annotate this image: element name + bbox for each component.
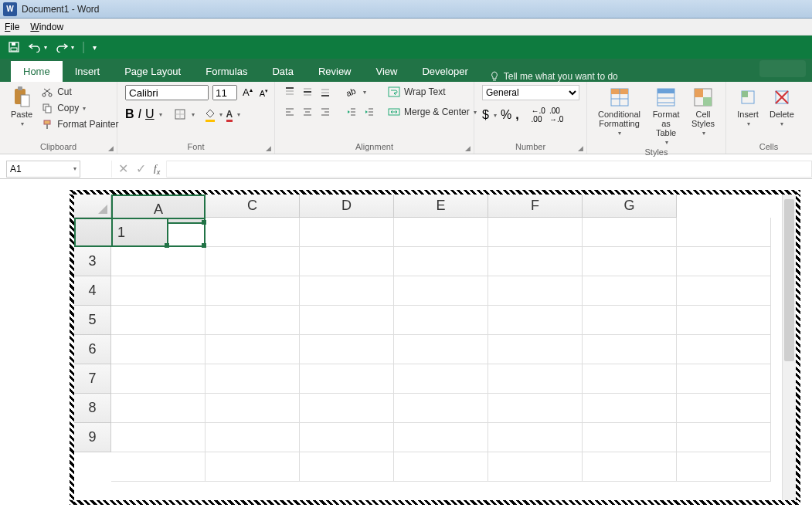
decrease-indent-button[interactable] [345, 105, 358, 119]
cell[interactable] [394, 394, 488, 423]
formula-input[interactable] [167, 161, 812, 178]
qat-undo-button[interactable]: ▾ [28, 42, 47, 52]
tab-insert[interactable]: Insert [63, 61, 113, 82]
format-as-table-button[interactable]: Format as Table▾ [648, 85, 684, 147]
cell[interactable] [206, 306, 300, 335]
align-center-button[interactable] [301, 105, 314, 119]
col-header-f[interactable]: F [488, 195, 583, 218]
format-painter-button[interactable]: Format Painter [40, 117, 118, 131]
cell[interactable] [300, 335, 394, 364]
font-color-button[interactable]: A [226, 107, 233, 122]
cell[interactable] [111, 423, 206, 452]
clipboard-launcher[interactable]: ◢ [108, 144, 114, 152]
tab-view[interactable]: View [364, 61, 410, 82]
align-middle-button[interactable] [301, 85, 314, 99]
align-bottom-button[interactable] [318, 85, 332, 99]
fill-color-button[interactable] [206, 107, 215, 122]
conditional-formatting-button[interactable]: Conditional Formatting▾ [595, 85, 644, 138]
tell-me-box[interactable]: Tell me what you want to do [481, 71, 627, 82]
cancel-formula-button[interactable]: ✕ [118, 161, 128, 176]
cell[interactable] [583, 364, 677, 394]
word-menu-file[interactable]: File [5, 22, 19, 32]
cell[interactable] [206, 247, 300, 276]
row-header-9[interactable]: 9 [74, 423, 111, 452]
borders-button[interactable] [173, 107, 187, 121]
cell[interactable] [206, 452, 300, 482]
col-header-g[interactable]: G [583, 195, 677, 218]
bold-button[interactable]: B [125, 107, 134, 121]
cell-styles-button[interactable]: Cell Styles▾ [688, 85, 718, 138]
cell[interactable] [583, 394, 677, 423]
cell[interactable] [206, 218, 300, 247]
copy-button[interactable]: Copy▾ [40, 101, 118, 115]
merge-center-button[interactable]: Merge & Center▾ [387, 105, 477, 119]
row-header-6[interactable]: 6 [74, 335, 111, 364]
cell[interactable] [583, 247, 677, 276]
cell[interactable] [488, 306, 583, 335]
cell[interactable] [488, 335, 583, 364]
font-size-box[interactable] [212, 85, 237, 100]
increase-decimal-button[interactable]: ←.0.00 [532, 107, 545, 124]
cell[interactable] [111, 306, 206, 335]
cell[interactable] [488, 423, 583, 452]
cell[interactable] [111, 218, 206, 247]
cell[interactable] [300, 276, 394, 306]
cell[interactable] [583, 423, 677, 452]
cell[interactable] [677, 247, 771, 276]
col-header-c[interactable]: C [206, 195, 300, 218]
increase-indent-button[interactable] [362, 105, 376, 119]
fx-button[interactable]: fx [154, 162, 160, 176]
tab-formulas[interactable]: Formulas [193, 61, 260, 82]
paste-button[interactable]: Paste ▾ [8, 85, 36, 129]
word-menu-window[interactable]: Window [30, 22, 63, 32]
row-header-5[interactable]: 5 [74, 306, 111, 335]
col-header-e[interactable]: E [394, 195, 488, 218]
col-header-b[interactable]: B [111, 195, 206, 218]
cell[interactable] [677, 276, 771, 306]
cell[interactable] [394, 218, 488, 247]
name-box-dropdown-icon[interactable]: ▾ [73, 165, 76, 172]
row-header-2[interactable]: 2 [74, 218, 111, 247]
cell[interactable] [300, 247, 394, 276]
row-header-3[interactable]: 3 [74, 247, 111, 276]
cell[interactable] [488, 364, 583, 394]
cell[interactable] [206, 276, 300, 306]
wrap-text-button[interactable]: Wrap Text [387, 85, 477, 99]
cell[interactable] [111, 276, 206, 306]
increase-font-button[interactable]: A▴ [241, 86, 254, 99]
tab-data[interactable]: Data [260, 61, 305, 82]
cell[interactable] [394, 452, 488, 482]
cell[interactable] [488, 247, 583, 276]
insert-cells-button[interactable]: Insert▾ [734, 85, 762, 129]
cell[interactable] [583, 276, 677, 306]
cell[interactable] [111, 247, 206, 276]
alignment-launcher[interactable]: ◢ [465, 144, 471, 152]
qat-customize-button[interactable]: ▾ [93, 43, 97, 52]
cell[interactable] [488, 276, 583, 306]
cell[interactable] [677, 218, 771, 247]
cell[interactable] [583, 306, 677, 335]
delete-cells-button[interactable]: Delete▾ [766, 85, 797, 129]
qat-save-button[interactable] [8, 41, 20, 53]
align-left-button[interactable] [283, 105, 297, 119]
cell-area[interactable] [111, 218, 782, 500]
percent-button[interactable]: % [501, 108, 511, 122]
italic-button[interactable]: I [138, 107, 141, 121]
tab-page-layout[interactable]: Page Layout [112, 61, 193, 82]
cell[interactable] [583, 218, 677, 247]
underline-button[interactable]: U [145, 107, 155, 121]
cell[interactable] [300, 218, 394, 247]
tab-developer[interactable]: Developer [409, 61, 480, 82]
cell[interactable] [111, 364, 206, 394]
cell[interactable] [677, 306, 771, 335]
accounting-button[interactable]: $ [482, 108, 489, 122]
cell[interactable] [300, 452, 394, 482]
font-launcher[interactable]: ◢ [266, 144, 271, 152]
cell[interactable] [394, 276, 488, 306]
cell[interactable] [111, 452, 206, 482]
cell[interactable] [583, 335, 677, 364]
decrease-font-button[interactable]: A▾ [258, 87, 270, 99]
row-header-8[interactable]: 8 [74, 394, 111, 423]
select-all-corner[interactable] [74, 195, 111, 218]
cell[interactable] [488, 394, 583, 423]
